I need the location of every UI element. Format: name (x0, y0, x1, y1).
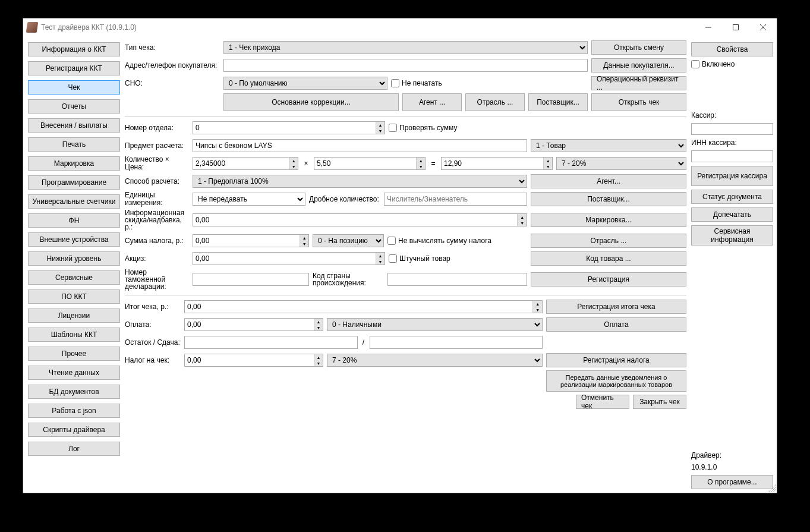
buyer-data-button[interactable]: Данные покупателя... (591, 58, 686, 73)
cashier-label: Кассир: (691, 111, 773, 119)
nav-item-19[interactable]: Работа с json (28, 404, 120, 418)
nav-item-20[interactable]: Скрипты драйвера (28, 423, 120, 437)
op-requisite-button[interactable]: Операционный реквизит ... (591, 76, 686, 90)
label-tax-sum: Сумма налога, р.: (125, 237, 189, 245)
change-input-a[interactable] (184, 336, 358, 349)
no-calc-tax-checkbox[interactable] (387, 237, 396, 245)
nav-item-12[interactable]: Сервисные (28, 270, 120, 285)
label-discount: Информационная скидка/надбавка, р.: (125, 209, 189, 231)
check-sum-label: Проверять сумму (399, 124, 458, 132)
dept-no-input[interactable]: ▲▼ (193, 121, 385, 134)
no-print-label: Не печатать (402, 79, 442, 87)
doc-status-button[interactable]: Статус документа (691, 190, 773, 204)
vat-pos-select[interactable]: 7 - 20% (556, 157, 686, 170)
close-receipt-button[interactable]: Закрыть чек (633, 395, 686, 409)
label-fractional: Дробное количество: (309, 195, 380, 203)
label-country: Код страны происхождения: (313, 272, 384, 287)
cashier-input[interactable] (691, 123, 773, 135)
pos-total-input[interactable]: ▲▼ (441, 157, 553, 170)
reprint-button[interactable]: Допечатать (691, 207, 773, 222)
nav-item-6[interactable]: Маркировка (28, 156, 120, 171)
no-print-checkbox[interactable] (391, 79, 399, 87)
supplier-button[interactable]: Поставщик... (528, 93, 588, 111)
units-select[interactable]: Не передавать (193, 193, 305, 206)
nav-item-21[interactable]: Лог (28, 442, 120, 456)
nav-item-17[interactable]: Чтение данных (28, 366, 120, 380)
subject-input[interactable] (193, 139, 527, 152)
reg-cashier-button[interactable]: Регистрация кассира (691, 166, 773, 186)
center-pane: Тип чека: 1 - Чек прихода Открыть смену … (125, 40, 686, 489)
nav-item-18[interactable]: БД документов (28, 385, 120, 399)
label-subject: Предмет расчета: (125, 142, 189, 150)
send-marked-button[interactable]: Передать данные уведомления о реализации… (546, 370, 686, 392)
label-receipt-tax: Налог на чек: (125, 357, 181, 364)
minimize-button[interactable] (695, 18, 722, 36)
piece-goods-label: Штучный товар (399, 254, 450, 263)
agent2-button[interactable]: Агент... (531, 174, 686, 188)
nav-item-16[interactable]: Прочее (28, 347, 120, 361)
change-input-b[interactable] (370, 336, 543, 349)
customs-num-input[interactable] (193, 273, 309, 286)
open-receipt-button[interactable]: Открыть чек (591, 93, 686, 111)
tax-sum-input[interactable]: ▲▼ (193, 234, 309, 247)
industry-button[interactable]: Отрасль ... (465, 93, 525, 111)
country-input[interactable] (387, 273, 527, 286)
nav-item-13[interactable]: ПО ККТ (28, 289, 120, 304)
nav-item-11[interactable]: Нижний уровень (28, 251, 120, 266)
industry2-button[interactable]: Отрасль ... (531, 234, 686, 248)
left-nav: Информация о ККТРегистрация ККТЧекОтчеты… (27, 40, 121, 489)
buyer-addr-input[interactable] (223, 59, 588, 72)
payment-method-select[interactable]: 1 - Предоплата 100% (193, 175, 527, 188)
supplier2-button[interactable]: Поставщик... (531, 192, 686, 206)
service-info-button[interactable]: Сервисная информация (691, 225, 773, 245)
open-shift-button[interactable]: Открыть смену (591, 40, 686, 55)
properties-button[interactable]: Свойства (691, 42, 773, 56)
label-customs-num: Номер таможенной декларации: (125, 269, 189, 290)
marking-button[interactable]: Маркировка... (531, 213, 686, 227)
nav-item-14[interactable]: Лицензии (28, 309, 120, 323)
nav-item-9[interactable]: ФН (28, 213, 120, 228)
maximize-button[interactable] (722, 18, 749, 36)
discount-input[interactable]: ▲▼ (193, 213, 527, 226)
nav-item-15[interactable]: Шаблоны ККТ (28, 328, 120, 342)
nav-item-5[interactable]: Печать (28, 137, 120, 152)
correction-basis-button[interactable]: Основание коррекции... (223, 93, 399, 111)
svg-rect-1 (733, 25, 739, 30)
receipt-total-input[interactable]: ▲▼ (184, 300, 543, 313)
enabled-checkbox[interactable] (691, 60, 699, 68)
label-change: Остаток / Сдача: (125, 339, 181, 347)
pay-button[interactable]: Оплата (546, 317, 686, 332)
sno-select[interactable]: 0 - По умолчанию (223, 77, 387, 90)
nav-item-7[interactable]: Программирование (28, 175, 120, 190)
price-input[interactable]: ▲▼ (314, 157, 426, 170)
excise-input[interactable]: ▲▼ (193, 252, 385, 265)
reg-total-button[interactable]: Регистрация итога чека (546, 300, 686, 314)
tax-mode-select[interactable]: 0 - На позицию (313, 234, 384, 247)
piece-goods-checkbox[interactable] (389, 254, 397, 263)
nav-item-0[interactable]: Информация о ККТ (28, 42, 120, 56)
nav-item-8[interactable]: Универсальные счетчики (28, 194, 120, 209)
tin-input[interactable] (691, 150, 773, 162)
nav-item-10[interactable]: Внешние устройства (28, 232, 120, 247)
registration-button[interactable]: Регистрация (531, 272, 686, 287)
reg-tax-button[interactable]: Регистрация налога (546, 353, 686, 367)
agent-button[interactable]: Агент ... (402, 93, 462, 111)
fractional-input[interactable] (384, 193, 527, 206)
qty-input[interactable]: ▲▼ (193, 157, 298, 170)
payment-input[interactable]: ▲▼ (184, 318, 323, 331)
receipt-tax-select[interactable]: 7 - 20% (327, 354, 543, 367)
nav-item-2[interactable]: Чек (28, 80, 120, 95)
product-code-button[interactable]: Код товара ... (531, 251, 686, 266)
close-button[interactable] (749, 18, 777, 36)
check-sum-checkbox[interactable] (389, 124, 397, 132)
receipt-tax-sum-input[interactable]: ▲▼ (184, 354, 323, 367)
nav-item-3[interactable]: Отчеты (28, 99, 120, 114)
payment-type-select[interactable]: 0 - Наличными (327, 318, 543, 331)
resize-grip[interactable] (768, 484, 776, 492)
nav-item-4[interactable]: Внесения / выплаты (28, 118, 120, 133)
receipt-type-select[interactable]: 1 - Чек прихода (223, 41, 588, 54)
nav-item-1[interactable]: Регистрация ККТ (28, 61, 120, 75)
about-button[interactable]: О программе... (691, 475, 773, 489)
subject-type-select[interactable]: 1 - Товар (531, 139, 686, 152)
cancel-receipt-button[interactable]: Отменить чек (576, 395, 629, 409)
